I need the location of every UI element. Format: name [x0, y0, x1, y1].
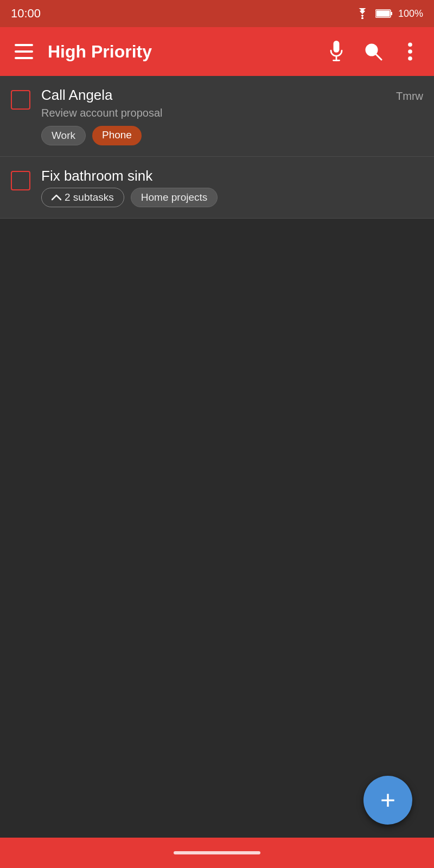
svg-point-12 [408, 42, 412, 47]
task-checkbox[interactable] [11, 90, 30, 110]
bottom-bar [0, 838, 434, 868]
more-button[interactable] [397, 39, 423, 65]
status-icons: 100% [355, 8, 423, 20]
page-title: High Priority [48, 42, 312, 62]
mic-icon [328, 41, 344, 62]
task-list: Call Angela Review account proposal Work… [0, 76, 434, 219]
chevron-up-icon [52, 194, 61, 201]
task-subtitle: Review account proposal [41, 107, 396, 119]
svg-rect-5 [15, 50, 33, 53]
tag-phone[interactable]: Phone [92, 126, 142, 145]
svg-rect-4 [15, 44, 33, 46]
menu-button[interactable] [11, 39, 37, 65]
task-content: Fix bathroom sink 2 subtasks Home projec… [41, 168, 423, 207]
task-content: Call Angela Review account proposal Work… [41, 87, 396, 145]
svg-line-11 [375, 54, 381, 60]
svg-rect-3 [376, 11, 390, 17]
task-checkbox[interactable] [11, 171, 30, 190]
battery-percentage: 100% [398, 8, 423, 20]
tag-subtasks[interactable]: 2 subtasks [41, 188, 124, 207]
status-bar: 10:00 100% [0, 0, 434, 27]
tag-home-projects[interactable]: Home projects [131, 188, 218, 207]
tag-work[interactable]: Work [41, 126, 86, 145]
mic-button[interactable] [323, 39, 349, 65]
svg-rect-7 [334, 41, 340, 53]
more-icon [407, 42, 413, 61]
status-time: 10:00 [11, 7, 41, 21]
svg-rect-2 [391, 12, 392, 15]
task-title: Call Angela [41, 87, 396, 104]
search-icon [364, 42, 382, 61]
app-bar: High Priority [0, 27, 434, 76]
task-item[interactable]: Fix bathroom sink 2 subtasks Home projec… [0, 157, 434, 219]
battery-icon [375, 9, 393, 18]
svg-point-13 [408, 49, 412, 54]
task-item[interactable]: Call Angela Review account proposal Work… [0, 76, 434, 157]
svg-point-14 [408, 56, 412, 61]
home-indicator [174, 851, 260, 854]
task-tags: 2 subtasks Home projects [41, 188, 423, 207]
task-title: Fix bathroom sink [41, 168, 423, 184]
task-tags: Work Phone [41, 126, 396, 145]
search-button[interactable] [360, 39, 386, 65]
menu-icon [15, 44, 33, 59]
add-task-button[interactable]: + [363, 776, 412, 825]
add-icon: + [380, 787, 395, 813]
svg-rect-6 [15, 57, 33, 59]
wifi-icon [355, 8, 370, 19]
svg-point-0 [361, 17, 363, 20]
task-due-date: Tmrw [396, 90, 423, 103]
